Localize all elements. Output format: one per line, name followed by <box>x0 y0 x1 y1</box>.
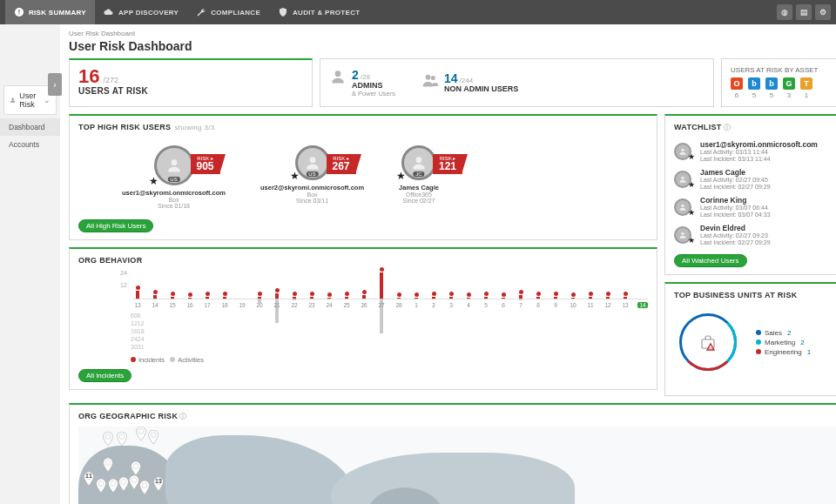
tab-app-discovery[interactable]: APP DISCOVERY <box>95 0 187 24</box>
chart-bar[interactable] <box>463 292 474 299</box>
x-label: 5 <box>484 302 488 308</box>
chart-bar[interactable] <box>516 290 526 299</box>
chart-bar[interactable] <box>498 292 509 299</box>
chart-bar[interactable] <box>341 292 352 299</box>
high-risk-user[interactable]: US ★ RISK ▸267 user2@skyromi.onmicrosoft… <box>260 145 364 209</box>
chart-bar[interactable] <box>289 292 300 299</box>
chart-bar[interactable] <box>185 292 195 299</box>
bu-legend-item[interactable]: Sales 2 <box>756 329 811 337</box>
x-label: 20 <box>256 302 262 308</box>
incident-dot <box>624 292 628 296</box>
sidebar-toggle[interactable]: › <box>48 73 62 96</box>
incident-dot <box>536 292 541 296</box>
asset-count: 3 <box>783 91 795 99</box>
map-pin[interactable] <box>108 479 118 493</box>
asset-item[interactable]: b 5 <box>765 77 778 99</box>
watch-last-activity: Last Activity: 02/27 09:23 <box>700 232 771 239</box>
tab-compliance[interactable]: COMPLIANCE <box>187 0 269 24</box>
bu-legend-item[interactable]: Engineering 1 <box>756 348 811 356</box>
map-pin[interactable] <box>103 432 113 446</box>
chart-bar[interactable] <box>167 292 178 299</box>
map-pin[interactable] <box>131 461 141 475</box>
asset-item[interactable]: O 6 <box>731 77 743 99</box>
map-pin[interactable] <box>148 430 158 444</box>
user-name: user2@skyromi.onmicrosoft.com <box>260 184 364 192</box>
watchlist-item[interactable]: ★ James Cagle Last Activity: 02/27 09:45… <box>674 165 836 193</box>
header-icon-settings[interactable]: ⚙ <box>815 4 831 20</box>
chart-bar[interactable] <box>446 292 456 299</box>
help-icon[interactable]: ⓘ <box>179 413 186 420</box>
chart-bar[interactable] <box>568 292 578 299</box>
x-label: 7 <box>519 302 522 308</box>
user-since: Since 03/11 <box>260 198 364 204</box>
all-incidents-button[interactable]: All Incidents <box>78 369 131 382</box>
chart-bar[interactable] <box>533 292 543 299</box>
all-high-risk-users-button[interactable]: All High Risk Users <box>78 219 153 232</box>
chevron-down-icon: ⌄ <box>44 96 51 104</box>
star-icon: ★ <box>688 236 695 245</box>
help-icon[interactable]: ⓘ <box>724 124 731 131</box>
activity-bar <box>467 299 470 299</box>
svg-point-16 <box>119 434 125 440</box>
chart-bar[interactable] <box>394 292 404 299</box>
map-pin[interactable] <box>117 432 127 446</box>
map-pin[interactable] <box>129 475 139 489</box>
chart-bar[interactable] <box>411 292 421 299</box>
all-watched-users-button[interactable]: All Watched Users <box>674 254 747 267</box>
chart-bar[interactable] <box>219 292 230 299</box>
asset-item[interactable]: G 3 <box>783 77 795 99</box>
header-icon-doc[interactable]: ▤ <box>796 4 812 20</box>
chart-bar[interactable] <box>585 292 596 299</box>
map-pin[interactable] <box>118 477 129 491</box>
map-pin[interactable]: 11 <box>84 472 94 486</box>
x-label: 28 <box>395 302 401 308</box>
tab-audit-protect[interactable]: AUDIT & PROTECT <box>269 0 368 24</box>
asset-item[interactable]: b 5 <box>748 77 760 99</box>
wrench-icon <box>196 7 206 17</box>
map-pin[interactable] <box>96 479 106 493</box>
map-pin[interactable] <box>136 427 146 440</box>
high-risk-user[interactable]: US ★ RISK ▸905 user1@skyromi.onmicrosoft… <box>122 145 226 209</box>
tab-risk-summary[interactable]: RISK SUMMARY <box>5 0 95 24</box>
asset-item[interactable]: T 1 <box>800 77 812 99</box>
watch-last-activity: Last Activity: 03/13 11:44 <box>700 149 818 156</box>
high-risk-user[interactable]: JC ★ RISK ▸121 James Cagle Office365 Sin… <box>399 145 439 209</box>
chart-bar[interactable] <box>150 290 160 299</box>
map-pin[interactable] <box>139 480 150 494</box>
chart-bar[interactable] <box>132 286 143 299</box>
stat-admins: 2/28 ADMINS & Power Users <box>329 68 395 98</box>
incident-dot <box>258 292 262 296</box>
watchlist-item[interactable]: ★ user1@skyromi.onmicrosoft.com Last Act… <box>674 138 836 165</box>
section-title: ORG BEHAVIOR <box>78 256 648 265</box>
user-since: Since 02/27 <box>399 198 439 204</box>
chart-bar[interactable] <box>324 292 334 299</box>
chart-bar[interactable] <box>307 292 317 299</box>
activity-bar <box>432 299 435 299</box>
map-pin[interactable]: 13 <box>153 477 164 491</box>
chart-bar[interactable] <box>620 292 630 299</box>
section-title: TOP HIGH RISK USERS <box>78 123 171 131</box>
watchlist-item[interactable]: ★ Corinne King Last Activity: 03/07 06:4… <box>674 193 836 221</box>
bu-legend-item[interactable]: Marketing 2 <box>756 339 811 346</box>
map-pin[interactable] <box>103 458 113 472</box>
activity-bar <box>536 299 540 299</box>
header-icon-user[interactable]: ◍ <box>777 4 792 20</box>
chart-bar[interactable] <box>428 292 439 299</box>
incident-dot <box>589 292 593 296</box>
world-map[interactable]: 11 13 <box>78 427 836 504</box>
chart-bar[interactable] <box>359 290 369 299</box>
chart-bar[interactable] <box>272 288 282 299</box>
x-label: 9 <box>554 302 557 308</box>
chart-bar[interactable] <box>254 292 265 299</box>
chart-bar[interactable] <box>481 292 491 299</box>
sidebar-item-accounts[interactable]: Accounts <box>0 136 60 153</box>
chart-bar[interactable] <box>376 267 387 299</box>
chart-bar[interactable] <box>202 292 212 299</box>
card-geo-risk: ORG GEOGRAPHIC RISKⓘ 11 <box>69 403 836 504</box>
watchlist-item[interactable]: ★ Devin Eldred Last Activity: 02/27 09:2… <box>674 221 836 249</box>
activity-bar <box>415 299 418 299</box>
x-label: 3 <box>449 302 453 308</box>
chart-bar[interactable] <box>603 292 613 299</box>
sidebar-item-dashboard[interactable]: Dashboard <box>0 118 60 136</box>
chart-bar[interactable] <box>550 292 561 299</box>
